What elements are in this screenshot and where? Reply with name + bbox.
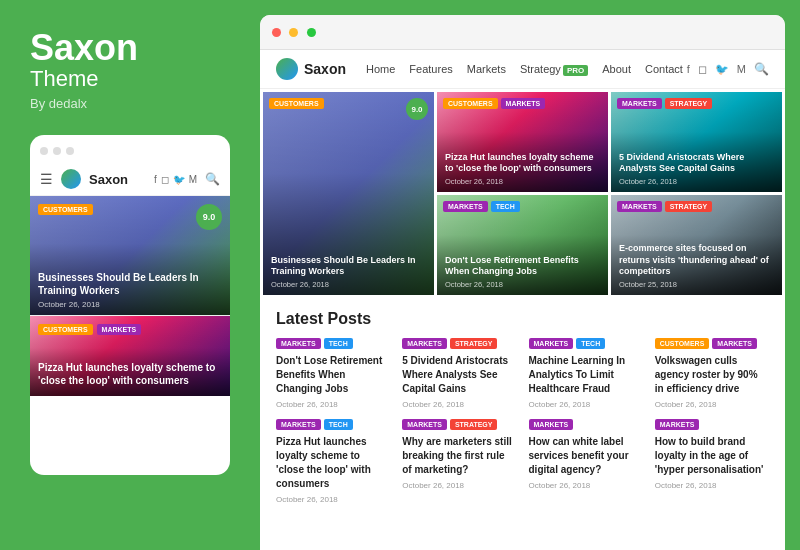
featured-card-5-title: E-commerce sites focused on returns visi… xyxy=(619,243,774,278)
twitter-icon[interactable]: 🐦 xyxy=(173,174,185,185)
mobile-card-1-date: October 26, 2018 xyxy=(38,300,222,309)
maximize-dot xyxy=(307,28,316,37)
mobile-logo-icon xyxy=(61,169,81,189)
post-6-tags: MARKETS STRATEGY xyxy=(402,419,516,430)
left-panel: Saxon Theme By dedalx ☰ Saxon f ◻ 🐦 M 🔍 … xyxy=(0,0,250,550)
post-2-date: October 26, 2018 xyxy=(402,400,516,409)
tag-customers: CUSTOMERS xyxy=(38,204,93,215)
featured-card-5[interactable]: MARKETS STRATEGY E-commerce sites focuse… xyxy=(611,195,782,295)
latest-posts-title: Latest Posts xyxy=(276,310,769,328)
nav-strategy[interactable]: StrategyPRO xyxy=(520,63,588,75)
tag-tech: TECH xyxy=(324,419,353,430)
nav-about[interactable]: About xyxy=(602,63,631,75)
featured-card-2[interactable]: CUSTOMERS MARKETS Pizza Hut launches loy… xyxy=(437,92,608,192)
hamburger-icon[interactable]: ☰ xyxy=(40,171,53,187)
post-4-title: Volkswagen culls agency roster by 90% in… xyxy=(655,354,769,396)
browser-bar xyxy=(260,15,785,50)
mobile-social-icons: f ◻ 🐦 M xyxy=(154,174,197,185)
post-1-date: October 26, 2018 xyxy=(276,400,390,409)
featured-card-1-tags: CUSTOMERS xyxy=(269,98,324,109)
post-7[interactable]: MARKETS How can white label services ben… xyxy=(529,419,643,504)
featured-card-3-tags: MARKETS STRATEGY xyxy=(617,98,712,109)
post-4-date: October 26, 2018 xyxy=(655,400,769,409)
content-area: CUSTOMERS 9.0 Businesses Should Be Leade… xyxy=(260,89,785,550)
post-3[interactable]: MARKETS TECH Machine Learning In Analyti… xyxy=(529,338,643,409)
tag-markets: MARKETS xyxy=(402,419,447,430)
mobile-score-badge: 9.0 xyxy=(196,204,222,230)
featured-card-2-title: Pizza Hut launches loyalty scheme to 'cl… xyxy=(445,152,600,175)
post-5-title: Pizza Hut launches loyalty scheme to 'cl… xyxy=(276,435,390,491)
tag-strategy-3: STRATEGY xyxy=(665,98,713,109)
featured-card-1-date: October 26, 2018 xyxy=(271,280,426,289)
featured-card-5-tags: MARKETS STRATEGY xyxy=(617,201,712,212)
desktop-logo-text: Saxon xyxy=(304,61,346,77)
facebook-icon[interactable]: f xyxy=(687,63,690,75)
medium-icon[interactable]: M xyxy=(189,174,197,185)
nav-markets[interactable]: Markets xyxy=(467,63,506,75)
featured-card-4-date: October 26, 2018 xyxy=(445,280,600,289)
tag-markets-5: MARKETS xyxy=(617,201,662,212)
tag-markets: MARKETS xyxy=(402,338,447,349)
post-7-date: October 26, 2018 xyxy=(529,481,643,490)
tag-tech-4: TECH xyxy=(491,201,520,212)
close-dot xyxy=(272,28,281,37)
featured-card-1-score: 9.0 xyxy=(406,98,428,120)
mobile-card-1-title: Businesses Should Be Leaders In Training… xyxy=(38,271,222,297)
mobile-logo-text: Saxon xyxy=(89,172,146,187)
mobile-card-2-tags: CUSTOMERS MARKETS xyxy=(38,324,141,335)
tag-customers-1: CUSTOMERS xyxy=(269,98,324,109)
latest-posts-section: Latest Posts MARKETS TECH Don't Lose Ret… xyxy=(260,298,785,516)
featured-card-4[interactable]: MARKETS TECH Don't Lose Retirement Benef… xyxy=(437,195,608,295)
mobile-search-icon[interactable]: 🔍 xyxy=(205,172,220,186)
featured-card-1[interactable]: CUSTOMERS 9.0 Businesses Should Be Leade… xyxy=(263,92,434,295)
mobile-mockup: ☰ Saxon f ◻ 🐦 M 🔍 CUSTOMERS 9.0 Business… xyxy=(30,135,230,475)
tag-markets: MARKETS xyxy=(529,338,574,349)
tag-markets: MARKETS xyxy=(97,324,142,335)
post-7-tags: MARKETS xyxy=(529,419,643,430)
tag-markets-2: MARKETS xyxy=(501,98,546,109)
featured-card-1-title: Businesses Should Be Leaders In Training… xyxy=(271,255,426,278)
search-icon[interactable]: 🔍 xyxy=(754,62,769,76)
post-8-title: How to build brand loyalty in the age of… xyxy=(655,435,769,477)
featured-card-2-date: October 26, 2018 xyxy=(445,177,600,186)
instagram-icon[interactable]: ◻ xyxy=(161,174,169,185)
desktop-nav: Saxon Home Features Markets StrategyPRO … xyxy=(260,50,785,89)
featured-card-1-content: Businesses Should Be Leaders In Training… xyxy=(271,255,426,289)
instagram-icon[interactable]: ◻ xyxy=(698,63,707,76)
tag-markets: MARKETS xyxy=(276,419,321,430)
mobile-featured-card-1[interactable]: CUSTOMERS 9.0 Businesses Should Be Leade… xyxy=(30,196,230,316)
post-2-title: 5 Dividend Aristocrats Where Analysts Se… xyxy=(402,354,516,396)
brand-by: By dedalx xyxy=(30,96,230,111)
tag-markets: MARKETS xyxy=(712,338,757,349)
tag-customers: CUSTOMERS xyxy=(655,338,710,349)
featured-card-3[interactable]: MARKETS STRATEGY 5 Dividend Aristocrats … xyxy=(611,92,782,192)
mobile-featured-card-2[interactable]: CUSTOMERS MARKETS Pizza Hut launches loy… xyxy=(30,316,230,396)
brand-title: Saxon xyxy=(30,30,230,66)
facebook-icon[interactable]: f xyxy=(154,174,157,185)
post-2[interactable]: MARKETS STRATEGY 5 Dividend Aristocrats … xyxy=(402,338,516,409)
post-6[interactable]: MARKETS STRATEGY Why are marketers still… xyxy=(402,419,516,504)
post-5[interactable]: MARKETS TECH Pizza Hut launches loyalty … xyxy=(276,419,390,504)
post-8-date: October 26, 2018 xyxy=(655,481,769,490)
tag-markets: MARKETS xyxy=(529,419,574,430)
brand-subtitle: Theme xyxy=(30,66,230,92)
twitter-icon[interactable]: 🐦 xyxy=(715,63,729,76)
tag-markets: MARKETS xyxy=(276,338,321,349)
post-1-title: Don't Lose Retirement Benefits When Chan… xyxy=(276,354,390,396)
nav-home[interactable]: Home xyxy=(366,63,395,75)
post-3-date: October 26, 2018 xyxy=(529,400,643,409)
post-4[interactable]: CUSTOMERS MARKETS Volkswagen culls agenc… xyxy=(655,338,769,409)
post-5-date: October 26, 2018 xyxy=(276,495,390,504)
tag-customers: CUSTOMERS xyxy=(38,324,93,335)
browser-window-controls xyxy=(272,23,320,41)
nav-features[interactable]: Features xyxy=(409,63,452,75)
featured-card-5-date: October 25, 2018 xyxy=(619,280,774,289)
tag-markets-3: MARKETS xyxy=(617,98,662,109)
medium-icon[interactable]: M xyxy=(737,63,746,75)
post-7-title: How can white label services benefit you… xyxy=(529,435,643,477)
post-8[interactable]: MARKETS How to build brand loyalty in th… xyxy=(655,419,769,504)
post-6-date: October 26, 2018 xyxy=(402,481,516,490)
featured-card-5-content: E-commerce sites focused on returns visi… xyxy=(619,243,774,289)
post-1[interactable]: MARKETS TECH Don't Lose Retirement Benef… xyxy=(276,338,390,409)
nav-contact[interactable]: Contact xyxy=(645,63,683,75)
